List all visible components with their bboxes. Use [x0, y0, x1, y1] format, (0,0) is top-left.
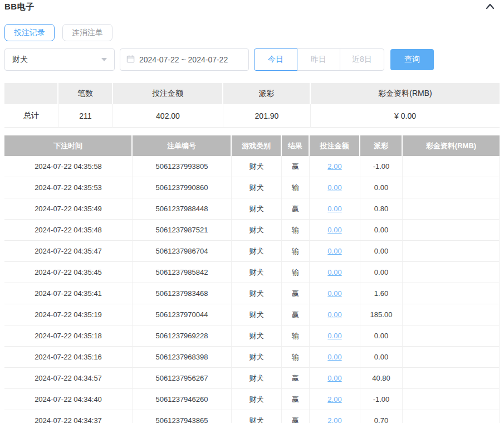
topbar: BB电子	[4, 2, 500, 12]
bet-header-cell: 派彩	[360, 135, 403, 156]
bet-bonus	[403, 325, 500, 347]
bet-header-cell: 游戏类别	[232, 135, 282, 156]
table-row: 2024-07-22 04:35:49 5061237988448 财犬 赢 0…	[4, 198, 500, 220]
tab-bet-records[interactable]: 投注记录	[4, 24, 55, 41]
bet-table-body: 2024-07-22 04:35:58 5061237993805 财犬 赢 2…	[4, 156, 500, 423]
bet-time: 2024-07-22 04:35:49	[4, 198, 133, 220]
bet-result: 输	[282, 262, 310, 283]
bet-amount-link[interactable]: 0.00	[327, 183, 341, 192]
tab-cancelled-bets[interactable]: 连消注单	[62, 24, 112, 41]
bet-amount-link[interactable]: 2.00	[327, 162, 341, 171]
summary-header: 笔数 投注金额 派彩 彩金资料(RMB)	[4, 83, 500, 104]
table-row: 2024-07-22 04:34:57 5061237956267 财犬 赢 0…	[4, 368, 500, 389]
bet-id: 5061237970044	[133, 304, 232, 325]
bet-payout: 0.00	[360, 177, 403, 198]
bet-bonus	[403, 410, 500, 423]
table-row: 2024-07-22 04:35:16 5061237968398 财犬 输 0…	[4, 347, 500, 368]
bet-amount-link[interactable]: 0.00	[327, 247, 341, 255]
bet-payout: 0.00	[360, 347, 403, 368]
chevron-down-icon	[101, 58, 107, 61]
bet-id: 5061237956267	[133, 368, 232, 389]
chevron-up-icon	[485, 3, 495, 12]
bet-header-cell: 投注金额	[310, 135, 360, 156]
summary-header-cell	[4, 83, 58, 104]
bet-id: 5061237993805	[133, 156, 232, 177]
bet-payout: -1.00	[360, 156, 403, 177]
date-range-input[interactable]: 2024-07-22 ~ 2024-07-22	[120, 48, 249, 71]
quick-range-today[interactable]: 今日	[254, 48, 297, 71]
bet-result: 赢	[282, 156, 310, 177]
bet-result: 赢	[282, 389, 310, 410]
quick-range-label: 昨日	[311, 55, 326, 65]
bet-bonus	[403, 198, 500, 220]
table-row: 2024-07-22 04:34:37 5061237943865 财犬 赢 2…	[4, 410, 500, 423]
bet-result: 赢	[282, 304, 310, 325]
bet-game-type: 财犬	[232, 177, 282, 198]
query-button[interactable]: 查询	[390, 49, 434, 70]
bet-result: 输	[282, 220, 310, 241]
bet-amount-link[interactable]: 0.00	[327, 289, 341, 298]
bet-amount-link[interactable]: 0.00	[327, 310, 341, 319]
bet-time: 2024-07-22 04:35:47	[4, 241, 133, 262]
quick-range-label: 今日	[268, 55, 283, 65]
bet-bonus	[403, 241, 500, 262]
bet-payout: 0.00	[360, 241, 403, 262]
table-row: 2024-07-22 04:35:19 5061237970044 财犬 赢 0…	[4, 304, 500, 325]
bet-amount-link[interactable]: 0.00	[327, 205, 341, 213]
bet-header-cell: 彩金资料(RMB)	[403, 135, 500, 156]
summary-total-label: 总计	[4, 104, 58, 128]
quick-range-last8days[interactable]: 近8日	[340, 48, 384, 71]
bet-amount-link[interactable]: 0.00	[327, 332, 341, 340]
bet-header-cell: 结果	[282, 135, 310, 156]
bet-game-type: 财犬	[232, 325, 282, 347]
collapse-button[interactable]	[485, 2, 500, 10]
page: BB电子 投注记录 连消注单 财犬 2024-07-22 ~ 2024-07-2…	[0, 0, 504, 423]
page-title: BB电子	[4, 2, 35, 12]
summary-payout: 201.90	[223, 104, 311, 128]
bet-result: 赢	[282, 410, 310, 423]
bet-payout: 1.60	[360, 283, 403, 304]
bet-amount-link[interactable]: 0.00	[327, 353, 341, 361]
bet-game-type: 财犬	[232, 410, 282, 423]
bet-time: 2024-07-22 04:35:41	[4, 283, 133, 304]
calendar-icon	[126, 55, 135, 65]
bet-table: 下注时间 注单编号 游戏类别 结果 投注金额 派彩 彩金资料(RMB) 2024…	[4, 135, 500, 423]
date-range-value: 2024-07-22 ~ 2024-07-22	[139, 55, 228, 64]
bet-time: 2024-07-22 04:35:19	[4, 304, 133, 325]
bet-amount-link[interactable]: 0.00	[327, 268, 341, 276]
bet-result: 输	[282, 241, 310, 262]
bet-id: 5061237988448	[133, 198, 232, 220]
bet-amount-link[interactable]: 2.00	[327, 395, 341, 403]
bet-payout: 185.00	[360, 304, 403, 325]
bet-bonus	[403, 177, 500, 198]
bet-result: 输	[282, 325, 310, 347]
table-row: 2024-07-22 04:35:58 5061237993805 财犬 赢 2…	[4, 156, 500, 177]
bet-payout: 40.80	[360, 368, 403, 389]
bet-game-type: 财犬	[232, 347, 282, 368]
quick-range-group: 今日 昨日 近8日	[254, 48, 384, 71]
bet-bonus	[403, 156, 500, 177]
bet-id: 5061237946260	[133, 389, 232, 410]
bet-time: 2024-07-22 04:34:37	[4, 410, 133, 423]
bet-bonus	[403, 389, 500, 410]
bet-time: 2024-07-22 04:34:40	[4, 389, 133, 410]
game-select[interactable]: 财犬	[4, 48, 115, 71]
summary-table: 笔数 投注金额 派彩 彩金资料(RMB) 总计 211 402.00 201.9…	[4, 83, 500, 128]
bet-amount-link[interactable]: 0.00	[327, 374, 341, 382]
table-row: 2024-07-22 04:35:47 5061237986704 财犬 输 0…	[4, 241, 500, 262]
bet-amount-link[interactable]: 0.00	[327, 226, 341, 234]
summary-header-cell: 彩金资料(RMB)	[311, 83, 500, 104]
bet-result: 赢	[282, 198, 310, 220]
bet-amount-link[interactable]: 2.00	[327, 416, 341, 423]
bet-game-type: 财犬	[232, 283, 282, 304]
table-row: 2024-07-22 04:35:45 5061237985842 财犬 输 0…	[4, 262, 500, 283]
game-select-value: 财犬	[12, 55, 28, 65]
bet-id: 5061237985842	[133, 262, 232, 283]
bet-game-type: 财犬	[232, 368, 282, 389]
table-row: 2024-07-22 04:35:53 5061237990860 财犬 输 0…	[4, 177, 500, 198]
table-row: 2024-07-22 04:35:41 5061237983468 财犬 赢 0…	[4, 283, 500, 304]
bet-header-cell: 注单编号	[133, 135, 232, 156]
summary-bet-amount: 402.00	[113, 104, 223, 128]
quick-range-yesterday[interactable]: 昨日	[297, 48, 340, 71]
bet-time: 2024-07-22 04:34:57	[4, 368, 133, 389]
